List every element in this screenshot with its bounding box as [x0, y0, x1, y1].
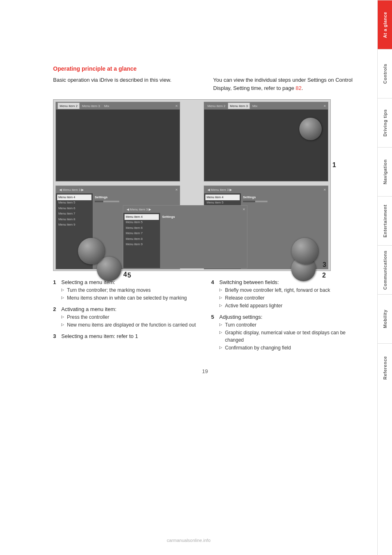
instr-bullets-5: Turn controller Graphic display, numeric… [219, 321, 357, 351]
instr-bullet-1-1: Turn the controller; the marking moves [61, 286, 199, 294]
panel-top-right: Menu item 2 Menu item 3 Mix ✕ 1 [204, 102, 328, 181]
instr-num-4: 4 [211, 279, 217, 310]
menu-row-midright-2: Menu item 5 [205, 200, 240, 206]
instr-title-5: Adjusting settings: [219, 314, 357, 320]
instruction-4: 4 Switching between fields: Briefly move… [211, 279, 357, 310]
instr-content-5: Adjusting settings: Turn controller Grap… [219, 314, 357, 352]
menu-item-midright-1: ◀ Menu item 3 ▶ [206, 186, 234, 193]
page-number: 19 [53, 368, 357, 374]
tab-driving-tips[interactable]: Driving tips [378, 98, 392, 147]
controller-knob-4 [78, 238, 105, 264]
slider-midright [243, 201, 267, 202]
menu-item-midleft-1: ◀ Menu item 3 ▶ [58, 186, 85, 193]
menu-row-bot-5: Menu item 8 [125, 236, 159, 242]
settings-label-bot: Settings [162, 215, 245, 219]
instr-content-2: Activating a menu item: Press the contro… [61, 306, 199, 329]
instr-title-4: Switching between fields: [219, 279, 357, 285]
menu-item-topleft-active: Menu item 2 [58, 103, 80, 109]
watermark: carmanualsonline.info [167, 538, 210, 543]
step-number-5: 5 [127, 272, 131, 279]
instruction-5: 5 Adjusting settings: Turn controller Gr… [211, 314, 357, 352]
close-icon-topright: ✕ [323, 104, 326, 108]
instructions-col-right: 4 Switching between fields: Briefly move… [211, 279, 357, 356]
instr-bullet-4-2: Release controller [219, 294, 357, 302]
menu-row-bot-6: Menu item 9 [125, 242, 159, 248]
instruction-3: 3 Selecting a menu item: refer to 1 [53, 333, 199, 339]
tab-controls[interactable]: Controls [378, 49, 392, 98]
instr-bullet-4-1: Briefly move controller left, right, for… [219, 286, 357, 294]
instr-content-1: Selecting a menu item: Turn the controll… [61, 279, 199, 302]
menu-item-topleft-3: Mix [102, 103, 111, 109]
step-number-3: 3 [323, 261, 326, 269]
instr-title-3: Selecting a menu item: refer to 1 [61, 333, 199, 339]
instruction-1: 1 Selecting a menu item: Turn the contro… [53, 279, 199, 302]
menu-row-midright-1: Menu item 4 [205, 195, 240, 200]
intro-left: Basic operation via iDrive is described … [53, 76, 197, 92]
instr-bullet-4-3: Active field appears lighter [219, 302, 357, 309]
instr-num-2: 2 [53, 306, 59, 329]
tab-navigation[interactable]: Navigation [378, 147, 392, 196]
instr-bullets-1: Turn the controller; the marking moves M… [61, 286, 199, 302]
instr-bullet-5-2: Graphic display, numerical value or text… [219, 329, 357, 344]
menu-item-topright-active: Menu item 3 [228, 103, 250, 109]
right-panel-bot: Settings [160, 213, 247, 268]
close-icon-topleft: ✕ [175, 104, 178, 108]
menu-item-topright-3: Mix [251, 103, 259, 109]
close-icon-bot: ✕ [243, 208, 245, 211]
controller-knob-1 [299, 118, 322, 140]
tab-mobility[interactable]: Mobility [378, 294, 392, 343]
step-number-2: 2 [322, 272, 326, 279]
instr-bullets-4: Briefly move controller left, right, for… [219, 286, 357, 309]
close-icon-midright: ✕ [323, 188, 326, 192]
page-container: Operating principle at a glance Basic op… [0, 0, 392, 555]
instructions: 1 Selecting a menu item: Turn the contro… [53, 279, 357, 356]
menu-row-bot-3: Menu item 6 [125, 225, 159, 231]
slider-midleft [95, 201, 119, 202]
settings-label-midleft: Settings [95, 195, 178, 199]
close-icon-midleft: ✕ [175, 188, 178, 192]
diagram: Menu item 2 Menu item 3 Mix ✕ Menu item … [53, 99, 331, 271]
menu-row-midleft-2: Menu item 5 [57, 200, 91, 206]
instr-num-1: 1 [53, 279, 59, 302]
menu-row-midleft-5: Menu item 8 [57, 217, 91, 222]
instr-content-3: Selecting a menu item: refer to 1 [61, 333, 199, 339]
tab-at-a-glance[interactable]: At a glance [378, 0, 392, 49]
left-menu-bot: Menu item 4 Menu item 5 Menu item 6 Menu… [123, 213, 160, 268]
tab-communications[interactable]: Communications [378, 245, 392, 294]
instr-bullet-2-1: Press the controller [61, 313, 199, 321]
menu-row-midleft-4: Menu item 7 [57, 211, 91, 217]
instr-bullet-2-2: New menu items are displayed or the func… [61, 321, 199, 329]
intro-right: You can view the individual steps under … [213, 76, 357, 92]
menu-row-midleft-6: Menu item 9 [57, 222, 91, 228]
menu-item-topright-1: Menu item 2 [206, 103, 227, 109]
instr-num-3: 3 [53, 333, 59, 339]
instr-bullets-2: Press the controller New menu items are … [61, 313, 199, 329]
instr-num-5: 5 [211, 314, 217, 352]
menu-row-midleft-1: Menu item 4 [57, 195, 91, 200]
instruction-2: 2 Activating a menu item: Press the cont… [53, 306, 199, 329]
menu-row-bot-1: Menu item 4 [125, 214, 159, 220]
instr-bullet-5-1: Turn controller [219, 321, 357, 329]
panel-top-left: Menu item 2 Menu item 3 Mix ✕ [56, 102, 180, 181]
page-link[interactable]: 82 [296, 85, 301, 91]
menu-row-bot-4: Menu item 7 [125, 231, 159, 237]
tab-reference[interactable]: Reference [378, 343, 392, 392]
main-content: Operating principle at a glance Basic op… [0, 0, 377, 555]
step-number-1: 1 [332, 161, 336, 169]
instructions-col-left: 1 Selecting a menu item: Turn the contro… [53, 279, 199, 356]
instr-title-2: Activating a menu item: [61, 306, 199, 312]
panel-bottom-center: ◀ Menu item 3 ▶ ✕ Menu item 4 Menu item … [123, 205, 247, 269]
controller-knob-3 [292, 238, 318, 264]
section-title: Operating principle at a glance [53, 65, 357, 72]
step-number-4: 4 [123, 271, 127, 278]
sidebar-tabs: At a glance Controls Driving tips Naviga… [377, 0, 392, 555]
instr-content-4: Switching between fields: Briefly move c… [219, 279, 357, 310]
menu-item-bot-1: ◀ Menu item 3 ▶ [125, 206, 153, 213]
instr-title-1: Selecting a menu item: [61, 279, 199, 285]
tab-entertainment[interactable]: Entertainment [378, 196, 392, 245]
menu-item-topleft-2: Menu item 3 [80, 103, 102, 109]
instr-bullet-5-3: Confirmation by changing field [219, 344, 357, 351]
menu-row-midleft-3: Menu item 6 [57, 206, 91, 211]
instr-bullet-1-2: Menu items shown in white can be selecte… [61, 294, 199, 302]
intro-columns: Basic operation via iDrive is described … [53, 76, 357, 92]
